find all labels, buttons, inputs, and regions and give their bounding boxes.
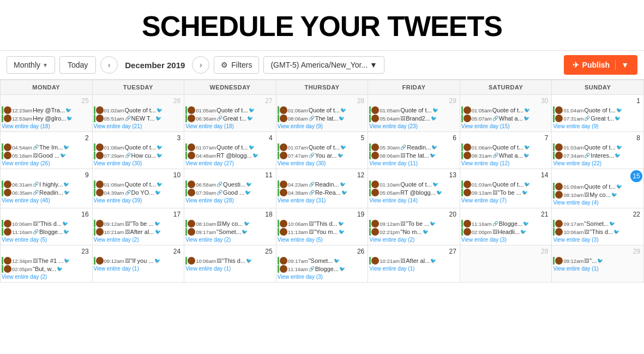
tweet-item[interactable]: 02:00pm🖼Headli...🐦	[461, 228, 551, 236]
calendar-day[interactable]: 2909:12am🖼"...🐦View entire day (1)	[552, 245, 644, 283]
view-day-link[interactable]: View entire day (26)	[2, 160, 91, 166]
tweet-item[interactable]: 01:03amQuote of t...🐦	[553, 143, 642, 151]
tweet-item[interactable]: 09:12am🖼"To be ...🐦	[369, 220, 459, 227]
tweet-item[interactable]: 01:07amQuote of t...🐦	[278, 143, 367, 151]
calendar-day[interactable]: 1204:23am🔗Readin...🐦04:38am🔗Re-Rea...🐦Vi…	[276, 169, 368, 208]
calendar-day[interactable]: 605:30am🔗Readin...🐦08:06am🖼The lat...🐦Vi…	[368, 132, 460, 169]
tweet-item[interactable]: 04:48amRT @blogg...🐦	[185, 152, 275, 159]
tweet-item[interactable]: 04:54am🔗The Im...🐦	[2, 143, 91, 151]
tweet-item[interactable]: 01:02amQuote of t...🐦	[94, 106, 183, 114]
view-day-link[interactable]: View entire day (11)	[369, 160, 459, 166]
calendar-day[interactable]: 2609:17am"Somet...🐦11:16am🔗Blogge...🐦Vie…	[276, 245, 368, 283]
calendar-day[interactable]: 1001:08amQuote of t...🐦04:39am🔗Do YO...🐦…	[92, 169, 184, 208]
tweet-item[interactable]: 07:31am🔗Great t...🐦	[553, 115, 642, 122]
calendar-day[interactable]: 701:06amQuote of t...🐦08:31am🔗What a...🐦…	[460, 132, 552, 169]
calendar-day[interactable]: 301:08amQuote of t...🐦07:29am🔗How cu...🐦…	[92, 132, 184, 169]
prev-month-button[interactable]: ‹	[100, 56, 118, 74]
view-day-link[interactable]: View entire day (21)	[94, 123, 183, 129]
calendar-day[interactable]: 1610:06am🖼"This d...🐦11:16am🔗Blogge...🐦V…	[1, 208, 93, 245]
tweet-item[interactable]: 09:12am🖼"...🐦	[553, 257, 642, 265]
view-day-link[interactable]: View entire day (18)	[2, 123, 91, 129]
view-day-link[interactable]: View entire day (39)	[94, 197, 183, 203]
tweet-item[interactable]: 11:16am🔗Blogge...🐦	[461, 220, 551, 227]
today-button[interactable]: Today	[59, 56, 96, 74]
calendar-day[interactable]: 1501:09amQuote of t...🐦08:10am🖼My co...🐦…	[552, 169, 644, 208]
view-day-link[interactable]: View entire day (14)	[369, 197, 459, 203]
tweet-item[interactable]: 01:05amQuote of t...🐦	[461, 106, 551, 114]
tweet-item[interactable]: 01:08amQuote of t...🐦	[94, 143, 183, 151]
calendar-day[interactable]: 906:31am🔗I highly...🐦06:35am🔗Readin...🐦V…	[1, 169, 93, 208]
view-day-link[interactable]: View entire day (2)	[369, 237, 459, 243]
calendar-day[interactable]: 2409:12am🖼"If you ...🐦View entire day (1…	[92, 245, 184, 283]
tweet-item[interactable]: 04:39am🔗Do YO...🐦	[94, 189, 183, 196]
calendar-day[interactable]: 2601:02amQuote of t...🐦05:51am🔗NEW T...🐦…	[92, 95, 184, 132]
tweet-item[interactable]: 05:07am🔗What a...🐦	[461, 115, 551, 122]
view-day-link[interactable]: View entire day (1)	[185, 266, 275, 272]
calendar-day[interactable]: 2901:05amQuote of t...🐦05:04am🖼Brand2...…	[368, 95, 460, 132]
calendar-day[interactable]: 501:07amQuote of t...🐦07:47am🔗You ar...🐦…	[276, 132, 368, 169]
view-day-link[interactable]: View entire day (1)	[369, 266, 459, 272]
tweet-item[interactable]: 02:05pm"But, w...🐦	[2, 265, 91, 273]
calendar-day[interactable]: 28	[460, 245, 552, 283]
view-day-link[interactable]: View entire day (7)	[461, 197, 551, 203]
view-day-link[interactable]: View entire day (2)	[2, 274, 91, 280]
tweet-item[interactable]: 06:58am🔗Questi...🐦	[185, 181, 275, 188]
calendar-day[interactable]: 204:54am🔗The Im...🐦05:18am🖼Good ...🐦View…	[1, 132, 93, 169]
tweet-item[interactable]: 01:08amQuote of t...🐦	[94, 181, 183, 188]
tweet-item[interactable]: 09:12am🖼"If you ...🐦	[94, 257, 183, 265]
calendar-day[interactable]: 2701:05amQuote of t...🐦06:36am🔗Great t..…	[184, 95, 276, 132]
tweet-item[interactable]: 07:47am🔗You ar...🐦	[278, 152, 367, 159]
calendar-day[interactable]: 1910:06am🖼"This d...🐦11:13am🖼"You m...🐦V…	[276, 208, 368, 245]
tweet-item[interactable]: 08:06am🔗The lat...🐦	[278, 115, 367, 122]
tweet-item[interactable]: 05:04am🖼Brand2...🐦	[369, 115, 459, 122]
view-day-link[interactable]: View entire day (31)	[278, 197, 367, 203]
filters-button[interactable]: ⚙ Filters	[214, 56, 259, 74]
calendar-day[interactable]: 1106:58am🔗Questi...🐦07:39am🔗Good ...🐦Vie…	[184, 169, 276, 208]
tweet-item[interactable]: 04:38am🔗Re-Rea...🐦	[278, 189, 367, 196]
tweet-item[interactable]: 01:06amQuote of t...🐦	[278, 106, 367, 114]
tweet-item[interactable]: 06:31am🔗I highly...🐦	[2, 181, 91, 188]
tweet-item[interactable]: 10:06am🖼"This d...🐦	[2, 220, 91, 227]
tweet-item[interactable]: 12:53amHey @glro...🐦	[2, 115, 91, 122]
tweet-item[interactable]: 02:21pm"No m...🐦	[369, 228, 459, 236]
calendar-day[interactable]: 3001:05amQuote of t...🐦05:07am🔗What a...…	[460, 95, 552, 132]
tweet-item[interactable]: 09:17am"Somet...🐦	[553, 220, 642, 227]
tweet-item[interactable]: 01:03amQuote of t...🐦	[461, 181, 551, 188]
tweet-item[interactable]: 10:06am🖼"This d...🐦	[278, 220, 367, 227]
calendar-day[interactable]: 2009:12am🖼"To be ...🐦02:21pm"No m...🐦Vie…	[368, 208, 460, 245]
view-day-link[interactable]: View entire day (30)	[94, 160, 183, 166]
tweet-item[interactable]: 09:12am🖼"To be ...🐦	[461, 189, 551, 196]
tweet-item[interactable]: 01:09amQuote of t...🐦	[553, 183, 642, 190]
tweet-item[interactable]: 11:16am🔗Blogge...🐦	[2, 228, 91, 236]
calendar-day[interactable]: 1401:03amQuote of t...🐦09:12am🖼"To be ..…	[460, 169, 552, 208]
view-day-link[interactable]: View entire day (22)	[553, 160, 642, 166]
tweet-item[interactable]: 05:18am🖼Good ...🐦	[2, 152, 91, 159]
calendar-day[interactable]: 2209:17am"Somet...🐦10:06am🖼"This d...🐦Vi…	[552, 208, 644, 245]
calendar-day[interactable]: 2510:06am🖼"This d...🐦View entire day (1)	[184, 245, 276, 283]
view-day-link[interactable]: View entire day (1)	[94, 266, 183, 272]
next-month-button[interactable]: ›	[192, 56, 209, 74]
tweet-item[interactable]: 06:36am🔗Great t...🐦	[185, 115, 275, 122]
tweet-item[interactable]: 11:16am🔗Blogge...🐦	[278, 265, 367, 273]
calendar-day[interactable]: 101:04amQuote of t...🐦07:31am🔗Great t...…	[552, 95, 644, 132]
tweet-item[interactable]: 05:51am🔗NEW T...🐦	[94, 115, 183, 122]
tweet-item[interactable]: 07:39am🔗Good ...🐦	[185, 189, 275, 196]
calendar-day[interactable]: 1808:10am🖼My co...🐦09:17am"Somet...🐦View…	[184, 208, 276, 245]
tweet-item[interactable]: 09:17am"Somet...🐦	[278, 257, 367, 265]
calendar-day[interactable]: 2801:06amQuote of t...🐦08:06am🔗The lat..…	[276, 95, 368, 132]
tweet-item[interactable]: 10:21am🖼After al...🐦	[94, 228, 183, 236]
view-day-link[interactable]: View entire day (18)	[185, 123, 275, 129]
view-day-link[interactable]: View entire day (3)	[553, 237, 642, 243]
tweet-item[interactable]: 04:23am🔗Readin...🐦	[278, 181, 367, 188]
tweet-item[interactable]: 01:06amQuote of t...🐦	[461, 143, 551, 151]
tweet-item[interactable]: 01:04amQuote of t...🐦	[553, 106, 642, 114]
view-day-link[interactable]: View entire day (9)	[278, 123, 367, 129]
publish-button[interactable]: ✈ Publish ▼	[564, 55, 637, 75]
tweet-item[interactable]: 01:05amQuote of t...🐦	[369, 106, 459, 114]
view-day-link[interactable]: View entire day (12)	[461, 160, 551, 166]
view-day-link[interactable]: View entire day (28)	[185, 197, 275, 203]
calendar-day[interactable]: 1709:12am🖼"To be ...🐦10:21am🖼After al...…	[92, 208, 184, 245]
calendar-day[interactable]: 2710:21am🖼After al...🐦View entire day (1…	[368, 245, 460, 283]
tweet-item[interactable]: 10:06am🖼"This d...🐦	[553, 228, 642, 236]
view-day-link[interactable]: View entire day (3)	[461, 237, 551, 243]
